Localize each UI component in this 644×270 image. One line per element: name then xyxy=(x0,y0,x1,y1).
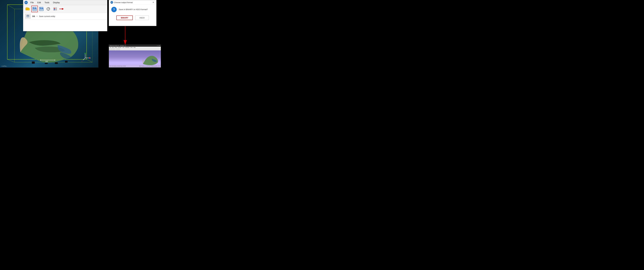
center-view-button[interactable] xyxy=(45,6,52,12)
svg-rect-16 xyxy=(65,61,68,63)
menu-windows-ml[interactable]: Windows xyxy=(125,47,129,48)
svg-marker-61 xyxy=(62,8,64,10)
svg-line-19 xyxy=(83,58,85,60)
dialog-close-button[interactable]: ✕ xyxy=(152,1,155,3)
tooltip-bar: DB ▾ Save current entity xyxy=(23,13,107,20)
menu-help-ml[interactable]: Help xyxy=(133,47,136,48)
separator: ▾ xyxy=(36,15,38,17)
svg-rect-69 xyxy=(118,48,120,50)
svg-point-24 xyxy=(85,53,86,54)
arrow-right-indicator xyxy=(59,7,64,10)
dialog-title-left: CC Choose output format xyxy=(110,1,132,4)
svg-point-52 xyxy=(48,9,48,9)
menu-edit-ml[interactable]: Edit xyxy=(112,47,114,48)
dialog-cc-logo: CC xyxy=(110,1,113,4)
menu-display[interactable]: Display xyxy=(52,1,61,4)
menu-file[interactable]: File xyxy=(29,1,35,4)
svg-rect-65 xyxy=(109,48,111,50)
toolbar-menubar: CC File Edit Tools Display xyxy=(23,0,107,5)
save-as-button[interactable]: + xyxy=(38,6,45,12)
svg-rect-38 xyxy=(34,9,36,10)
question-icon: ? xyxy=(111,7,117,12)
db-label: DB xyxy=(32,15,35,17)
svg-rect-14 xyxy=(45,63,48,64)
menu-render-ml[interactable]: Render xyxy=(118,47,122,48)
loading-text: Loading... xyxy=(2,65,8,67)
svg-line-6 xyxy=(7,59,14,62)
menu-filters-ml[interactable]: Filters xyxy=(114,47,117,48)
meshlab-window-controls: ─ □ ✕ xyxy=(157,45,160,46)
dialog-titlebar: CC Choose output format ✕ xyxy=(109,0,156,5)
svg-point-64 xyxy=(26,16,29,17)
toolbar-overlay: CC File Edit Tools Display xyxy=(23,0,107,31)
toolbar-icons-row: + xyxy=(23,5,107,13)
svg-rect-15 xyxy=(55,62,58,64)
menu-edit[interactable]: Edit xyxy=(36,1,42,4)
meshlab-coords: FPS: 115 Vertices: 22.434 Faces: 40.815 xyxy=(110,66,126,67)
cc-logo-toolbar: CC xyxy=(24,1,28,4)
svg-rect-57 xyxy=(54,9,55,10)
meshlab-info: Mesh Vertices: 22.434 Size: 23.1MB OpenG… xyxy=(139,66,160,67)
menu-tools[interactable]: Tools xyxy=(43,1,51,4)
menu-tools-ml[interactable]: Tools xyxy=(130,47,132,48)
svg-line-7 xyxy=(86,59,92,62)
meshlab-title: MeshLab 2022.12 - [Project_1] xyxy=(110,45,126,46)
meshlab-3d-viewport: FPS: 115 Vertices: 22.434 Faces: 40.815 … xyxy=(109,50,161,68)
ascii-button[interactable]: ASCII xyxy=(135,15,149,20)
binary-button[interactable]: BINARY xyxy=(116,15,132,20)
dialog-body: ? Save in BINARY or ASCII format? xyxy=(109,5,156,14)
save-tooltip-text: Save current entity xyxy=(39,15,55,17)
svg-rect-45 xyxy=(42,7,43,8)
svg-rect-39 xyxy=(36,7,36,8)
save-button[interactable] xyxy=(31,6,38,12)
svg-rect-66 xyxy=(111,48,113,50)
menu-file-ml[interactable]: File xyxy=(110,47,111,48)
meshlab-panel: MeshLab 2022.12 - [Project_1] ─ □ ✕ File… xyxy=(109,45,161,68)
svg-line-4 xyxy=(7,4,14,9)
meshlab-titlebar: MeshLab 2022.12 - [Project_1] ─ □ ✕ xyxy=(109,45,161,47)
svg-rect-42 xyxy=(40,7,41,8)
dialog-buttons: BINARY ASCII xyxy=(109,14,156,22)
db-small-icon xyxy=(25,14,31,19)
open-button[interactable] xyxy=(24,6,31,12)
svg-rect-36 xyxy=(34,7,34,8)
properties-button[interactable] xyxy=(52,6,58,12)
svg-rect-67 xyxy=(114,48,115,50)
menu-view-ml[interactable]: View xyxy=(122,47,124,48)
svg-rect-54 xyxy=(54,8,55,9)
dialog-question: Save in BINARY or ASCII format? xyxy=(119,8,148,11)
svg-text:Y: Y xyxy=(81,60,82,62)
meshlab-menubar: File Edit Filters Render View Windows To… xyxy=(109,47,161,48)
svg-point-23 xyxy=(89,57,90,58)
svg-rect-13 xyxy=(32,62,35,64)
meshlab-toolbar xyxy=(109,48,161,50)
meshlab-status-bar: FPS: 115 Vertices: 22.434 Faces: 40.815 … xyxy=(109,65,161,68)
dialog-title: Choose output format xyxy=(114,1,132,3)
svg-rect-68 xyxy=(116,48,118,50)
dialog-output-format: CC Choose output format ✕ ? Save in BINA… xyxy=(109,0,156,26)
svg-text:100: 100 xyxy=(45,61,48,62)
svg-text:+: + xyxy=(42,10,43,11)
